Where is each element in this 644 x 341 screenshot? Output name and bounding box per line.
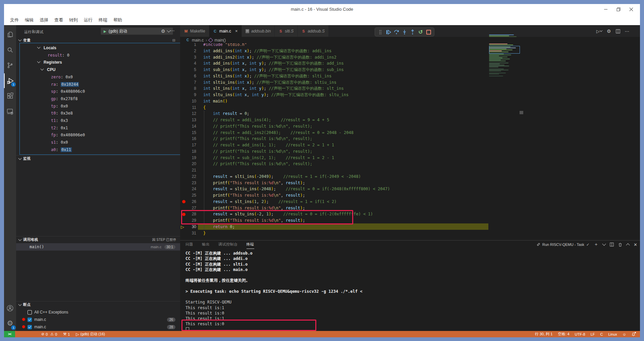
cursor-position[interactable]: 行 30, 列 1	[535, 332, 553, 337]
code-line-24[interactable]: result = sltiu_ins(-2048); //result = 0 …	[203, 186, 390, 192]
variable-row[interactable]: ra: 0x10244	[16, 81, 180, 88]
more-actions-icon[interactable]: ⋯	[170, 28, 175, 33]
menu-item[interactable]: 运行	[84, 17, 93, 23]
minimap-slider[interactable]	[489, 46, 520, 54]
minimize-button[interactable]	[604, 7, 608, 11]
line-number[interactable]: 29	[180, 217, 196, 224]
code-line-13[interactable]: // result = addi_ins(4); //result = 9 = …	[203, 117, 329, 123]
code-line-9[interactable]: int sltu_ins(int x, int y); //声明一下汇编语言中的…	[203, 92, 348, 98]
editor-tab-main.c[interactable]: Cmain.c×	[209, 25, 242, 37]
editor-tab-addsub.bin[interactable]: addsub.bin	[242, 25, 275, 37]
start-debug-icon[interactable]: ▶	[104, 29, 106, 33]
line-number[interactable]: 19	[180, 155, 196, 161]
explorer-icon[interactable]	[4, 27, 16, 42]
variable-row[interactable]: s1: 0x0	[16, 139, 180, 146]
code-line-26[interactable]: result = slt_ins(1, 2); //result = 1 = i…	[203, 199, 336, 205]
menu-item[interactable]: 选择	[40, 17, 48, 23]
code-line-18[interactable]: // printf("This result is:%d\n", result)…	[203, 148, 312, 155]
line-number[interactable]: 21	[180, 167, 196, 174]
code-line-17[interactable]: // result = add_ins(1, 1); //result = 2 …	[203, 142, 334, 148]
code-line-4[interactable]: int add_ins(int x, int y); //声明一下汇编语言中的函…	[203, 60, 344, 67]
close-button[interactable]	[629, 7, 633, 11]
line-number[interactable]: 13	[180, 117, 196, 123]
breakpoint-checkbox[interactable]	[28, 318, 32, 322]
code-line-8[interactable]: int slt_ins(int x, int y); //声明一下汇编语言中的函…	[203, 85, 344, 92]
code-line-29[interactable]: printf("This result is:%d\n", result);	[203, 217, 305, 224]
close-tab-icon[interactable]: ×	[235, 28, 238, 33]
line-number[interactable]: 27	[180, 205, 196, 211]
editor-tab-slti.S[interactable]: Sslti.S	[275, 25, 298, 37]
code-line-11[interactable]: {	[203, 105, 206, 111]
panel-tab-终端[interactable]: 终端	[247, 242, 254, 249]
breakpoint-checkbox[interactable]	[28, 310, 32, 315]
code-line-30[interactable]: return 0;	[203, 224, 235, 230]
line-number[interactable]: 4	[180, 60, 196, 67]
more-actions-icon[interactable]: ⋯	[625, 28, 630, 34]
code-line-12[interactable]: int result = 0;	[203, 111, 249, 117]
breakpoint-row[interactable]: main.c28	[16, 323, 180, 331]
line-number[interactable]: 23	[180, 180, 196, 186]
code-line-31[interactable]: }	[203, 230, 206, 236]
continue-button[interactable]	[385, 28, 392, 36]
line-number[interactable]: 3	[180, 54, 196, 61]
code-line-27[interactable]: printf("This result is:%d\n", result);	[203, 205, 305, 211]
code-line-15[interactable]: // result = addi_ins2(2048); //result = …	[203, 130, 354, 136]
line-number[interactable]: 17	[180, 142, 196, 148]
notifications-bell-icon[interactable]	[632, 332, 635, 336]
stop-button[interactable]	[425, 28, 432, 36]
code-line-6[interactable]: int slti_ins(int x); //声明一下汇编语言中的函数: slt…	[203, 73, 332, 79]
menu-item[interactable]: 帮助	[113, 17, 122, 23]
code-line-2[interactable]: int addi_ins(int x); //声明一下汇编语言中的函数: add…	[203, 48, 332, 54]
code-line-23[interactable]: printf("This result is:%d\n", result);	[203, 180, 305, 186]
language-mode[interactable]: C	[600, 332, 603, 336]
editor-tab-addsub.S[interactable]: Saddsub.S	[298, 25, 329, 37]
line-number[interactable]: 11	[180, 105, 196, 111]
debug-session-indicator[interactable]: ▷(gdb) 启动 (16)	[76, 332, 105, 337]
menu-item[interactable]: 文件	[10, 17, 19, 23]
line-number[interactable]: 24	[180, 186, 196, 192]
split-editor-icon[interactable]	[616, 29, 620, 33]
code-line-19[interactable]: // result = sub_ins(2, 1); //result = 1 …	[203, 155, 334, 161]
code-line-10[interactable]: int main()	[203, 98, 227, 105]
tasks-indicator[interactable]: ⚒1	[63, 332, 70, 336]
code-line-25[interactable]: printf("This result is:%d\n", result);	[203, 192, 305, 199]
drag-grip-icon[interactable]	[377, 28, 384, 36]
settings-gear-icon[interactable]: ⚙	[607, 28, 611, 34]
editor-tab-Makefile[interactable]: MMakefile	[180, 25, 209, 37]
code-line-7[interactable]: int sltiu_ins(int x); //声明一下汇编语言中的函数: sl…	[203, 79, 336, 86]
line-number[interactable]: 15	[180, 130, 196, 136]
debug-settings-gear-icon[interactable]: ⚙	[161, 28, 165, 34]
section-watch[interactable]: 监视	[16, 155, 180, 162]
restart-button[interactable]: ↺	[417, 28, 424, 36]
remote-indicator[interactable]: ><	[4, 331, 15, 337]
eol-sequence[interactable]: LF	[591, 332, 595, 336]
variable-row[interactable]: tp: 0x0	[16, 103, 180, 110]
variable-row[interactable]: Locals	[16, 44, 180, 52]
restore-button[interactable]	[616, 7, 621, 11]
step-over-button[interactable]	[393, 28, 400, 36]
variable-row[interactable]: a0: 0x11	[16, 146, 180, 153]
run-and-debug-icon[interactable]: 1	[4, 73, 16, 88]
variable-row[interactable]: t2: 0x1	[16, 124, 180, 132]
line-number[interactable]: 25	[180, 192, 196, 199]
variable-row[interactable]: t0: 0x3e8	[16, 110, 180, 117]
variable-row[interactable]: fp: 0x408006e0	[16, 131, 180, 139]
line-number[interactable]: 6	[180, 73, 196, 79]
kill-terminal-icon[interactable]	[618, 243, 622, 247]
section-variables[interactable]: 变量 ⊟	[16, 37, 180, 44]
line-number[interactable]: 22	[180, 174, 196, 180]
maximize-panel-icon[interactable]	[626, 243, 630, 247]
variable-row[interactable]: result: 0	[16, 52, 180, 59]
line-number[interactable]: 5	[180, 67, 196, 73]
new-terminal-icon[interactable]: ＋	[594, 242, 598, 248]
panel-tab-调试控制台[interactable]: 调试控制台	[218, 242, 238, 249]
line-number[interactable]: 16	[180, 136, 196, 142]
extensions-icon[interactable]	[4, 89, 16, 104]
breadcrumb[interactable]: C main.c › main()	[180, 37, 640, 43]
scrollbar-thumb[interactable]	[520, 111, 523, 114]
code-line-28[interactable]: result = sltu_ins(-2, 1); //result = 0 =…	[203, 211, 373, 217]
breakpoint-row[interactable]: main.c26	[16, 316, 180, 323]
step-out-button[interactable]	[409, 28, 416, 36]
section-breakpoints[interactable]: 断点	[16, 301, 180, 308]
line-number[interactable]: 31	[180, 230, 196, 236]
